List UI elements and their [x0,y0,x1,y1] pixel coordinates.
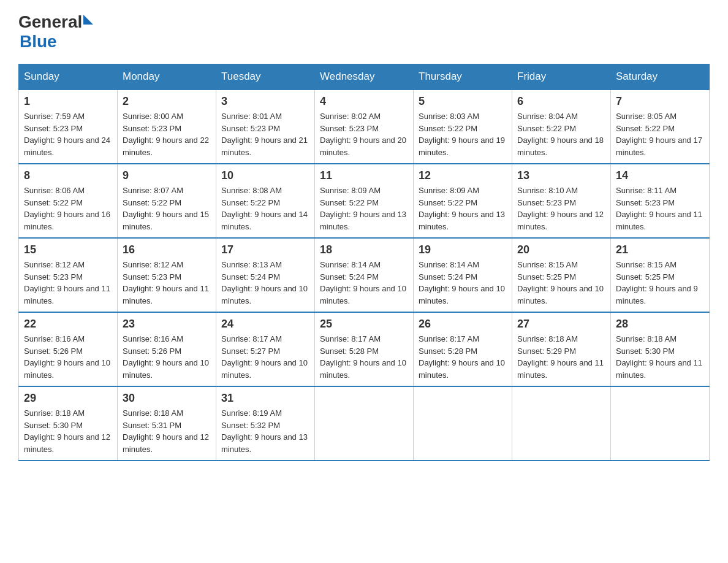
day-number: 5 [419,95,507,108]
day-number: 21 [616,243,704,256]
day-info: Sunrise: 8:02 AM Sunset: 5:23 PM Dayligh… [320,110,408,158]
day-number: 28 [616,318,704,331]
calendar-cell [611,386,710,461]
day-info: Sunrise: 8:16 AM Sunset: 5:26 PM Dayligh… [123,333,211,381]
calendar-cell: 24 Sunrise: 8:17 AM Sunset: 5:27 PM Dayl… [216,312,315,386]
calendar-cell: 13 Sunrise: 8:10 AM Sunset: 5:23 PM Dayl… [512,164,611,238]
week-row-5: 29 Sunrise: 8:18 AM Sunset: 5:30 PM Dayl… [19,386,710,461]
day-number: 18 [320,243,408,256]
day-info: Sunrise: 8:18 AM Sunset: 5:30 PM Dayligh… [616,333,704,381]
week-row-4: 22 Sunrise: 8:16 AM Sunset: 5:26 PM Dayl… [19,312,710,386]
day-info: Sunrise: 8:10 AM Sunset: 5:23 PM Dayligh… [517,185,605,232]
day-number: 20 [517,243,605,256]
day-info: Sunrise: 8:09 AM Sunset: 5:22 PM Dayligh… [320,185,408,232]
day-number: 30 [123,392,211,405]
day-info: Sunrise: 8:13 AM Sunset: 5:24 PM Dayligh… [221,259,309,307]
day-info: Sunrise: 8:16 AM Sunset: 5:26 PM Dayligh… [24,333,112,381]
day-info: Sunrise: 8:03 AM Sunset: 5:22 PM Dayligh… [419,110,507,158]
calendar-cell: 18 Sunrise: 8:14 AM Sunset: 5:24 PM Dayl… [315,238,414,312]
day-number: 10 [221,169,309,182]
day-number: 4 [320,95,408,108]
day-number: 11 [320,169,408,182]
day-number: 15 [24,243,112,256]
column-header-friday: Friday [512,64,611,90]
calendar-cell: 17 Sunrise: 8:13 AM Sunset: 5:24 PM Dayl… [216,238,315,312]
day-info: Sunrise: 8:19 AM Sunset: 5:32 PM Dayligh… [221,407,309,455]
logo-general: General [18,12,82,32]
calendar-cell: 26 Sunrise: 8:17 AM Sunset: 5:28 PM Dayl… [414,312,512,386]
day-info: Sunrise: 8:14 AM Sunset: 5:24 PM Dayligh… [419,259,507,307]
calendar-cell [512,386,611,461]
column-header-sunday: Sunday [19,64,118,90]
column-header-tuesday: Tuesday [216,64,315,90]
calendar-cell: 7 Sunrise: 8:05 AM Sunset: 5:22 PM Dayli… [611,90,710,164]
calendar-cell: 29 Sunrise: 8:18 AM Sunset: 5:30 PM Dayl… [19,386,118,461]
day-info: Sunrise: 8:01 AM Sunset: 5:23 PM Dayligh… [221,110,309,158]
calendar-cell: 28 Sunrise: 8:18 AM Sunset: 5:30 PM Dayl… [611,312,710,386]
calendar-cell: 19 Sunrise: 8:14 AM Sunset: 5:24 PM Dayl… [414,238,512,312]
day-number: 13 [517,169,605,182]
day-number: 31 [221,392,309,405]
day-info: Sunrise: 8:17 AM Sunset: 5:28 PM Dayligh… [419,333,507,381]
calendar-cell [315,386,414,461]
day-number: 3 [221,95,309,108]
day-number: 16 [123,243,211,256]
day-number: 29 [24,392,112,405]
day-number: 25 [320,318,408,331]
calendar-cell: 5 Sunrise: 8:03 AM Sunset: 5:22 PM Dayli… [414,90,512,164]
day-number: 7 [616,95,704,108]
column-header-wednesday: Wednesday [315,64,414,90]
day-number: 12 [419,169,507,182]
day-number: 2 [123,95,211,108]
day-info: Sunrise: 7:59 AM Sunset: 5:23 PM Dayligh… [24,110,112,158]
day-info: Sunrise: 8:18 AM Sunset: 5:31 PM Dayligh… [123,407,211,455]
day-info: Sunrise: 8:04 AM Sunset: 5:22 PM Dayligh… [517,110,605,158]
calendar-header-row: SundayMondayTuesdayWednesdayThursdayFrid… [19,64,710,90]
calendar-cell: 10 Sunrise: 8:08 AM Sunset: 5:22 PM Dayl… [216,164,315,238]
day-info: Sunrise: 8:17 AM Sunset: 5:28 PM Dayligh… [320,333,408,381]
day-info: Sunrise: 8:05 AM Sunset: 5:22 PM Dayligh… [616,110,704,158]
column-header-saturday: Saturday [611,64,710,90]
calendar-cell: 8 Sunrise: 8:06 AM Sunset: 5:22 PM Dayli… [19,164,118,238]
day-info: Sunrise: 8:09 AM Sunset: 5:22 PM Dayligh… [419,185,507,232]
day-number: 19 [419,243,507,256]
calendar-cell: 27 Sunrise: 8:18 AM Sunset: 5:29 PM Dayl… [512,312,611,386]
calendar-cell: 20 Sunrise: 8:15 AM Sunset: 5:25 PM Dayl… [512,238,611,312]
logo-blue-text: Blue [20,32,93,52]
day-number: 26 [419,318,507,331]
day-info: Sunrise: 8:07 AM Sunset: 5:22 PM Dayligh… [123,185,211,232]
day-number: 14 [616,169,704,182]
calendar-cell: 16 Sunrise: 8:12 AM Sunset: 5:23 PM Dayl… [118,238,216,312]
logo: General Blue [18,12,93,52]
day-info: Sunrise: 8:15 AM Sunset: 5:25 PM Dayligh… [616,259,704,307]
calendar-cell: 4 Sunrise: 8:02 AM Sunset: 5:23 PM Dayli… [315,90,414,164]
day-number: 6 [517,95,605,108]
day-number: 27 [517,318,605,331]
day-info: Sunrise: 8:18 AM Sunset: 5:30 PM Dayligh… [24,407,112,455]
day-number: 8 [24,169,112,182]
calendar-cell: 30 Sunrise: 8:18 AM Sunset: 5:31 PM Dayl… [118,386,216,461]
calendar-cell: 3 Sunrise: 8:01 AM Sunset: 5:23 PM Dayli… [216,90,315,164]
day-info: Sunrise: 8:00 AM Sunset: 5:23 PM Dayligh… [123,110,211,158]
day-info: Sunrise: 8:11 AM Sunset: 5:23 PM Dayligh… [616,185,704,232]
week-row-2: 8 Sunrise: 8:06 AM Sunset: 5:22 PM Dayli… [19,164,710,238]
day-number: 9 [123,169,211,182]
calendar-cell: 2 Sunrise: 8:00 AM Sunset: 5:23 PM Dayli… [118,90,216,164]
calendar-cell: 1 Sunrise: 7:59 AM Sunset: 5:23 PM Dayli… [19,90,118,164]
calendar-cell: 21 Sunrise: 8:15 AM Sunset: 5:25 PM Dayl… [611,238,710,312]
calendar-cell: 31 Sunrise: 8:19 AM Sunset: 5:32 PM Dayl… [216,386,315,461]
page-header: General Blue [18,12,710,52]
day-number: 1 [24,95,112,108]
day-info: Sunrise: 8:17 AM Sunset: 5:27 PM Dayligh… [221,333,309,381]
calendar-cell: 14 Sunrise: 8:11 AM Sunset: 5:23 PM Dayl… [611,164,710,238]
column-header-monday: Monday [118,64,216,90]
day-number: 23 [123,318,211,331]
calendar-cell: 15 Sunrise: 8:12 AM Sunset: 5:23 PM Dayl… [19,238,118,312]
calendar-table: SundayMondayTuesdayWednesdayThursdayFrid… [18,64,710,461]
day-number: 24 [221,318,309,331]
logo-triangle-icon [83,15,93,25]
column-header-thursday: Thursday [414,64,512,90]
calendar-cell: 25 Sunrise: 8:17 AM Sunset: 5:28 PM Dayl… [315,312,414,386]
calendar-cell [414,386,512,461]
day-info: Sunrise: 8:12 AM Sunset: 5:23 PM Dayligh… [24,259,112,307]
